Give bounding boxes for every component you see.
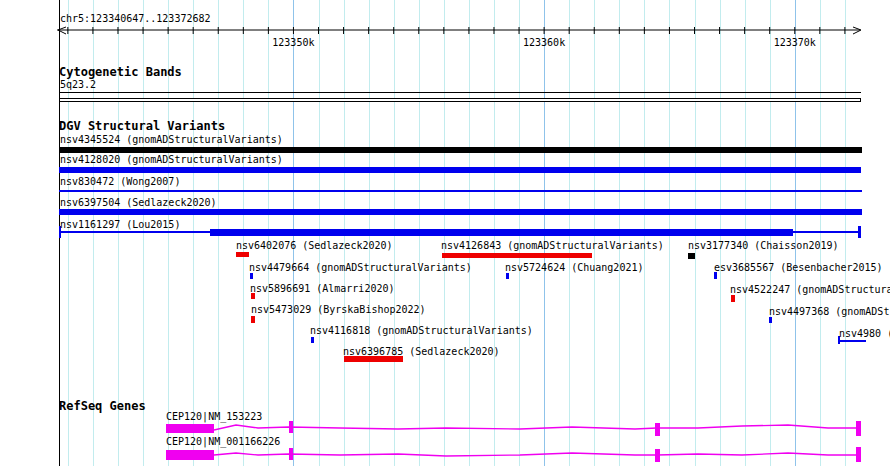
variant-label[interactable]: nsv3177340 (Chaisson2019) [688,240,839,251]
variant-bar[interactable] [59,147,862,153]
variant-bar[interactable] [769,317,772,323]
variant-bar[interactable] [251,316,255,323]
variant-label[interactable]: nsv4345524 (gnomADStructuralVariants) [60,134,283,145]
variant-bar[interactable] [250,273,253,279]
gene-exon[interactable] [289,448,293,460]
variant-label[interactable]: nsv5473029 (ByrskaBishop2022) [251,304,426,315]
gene-exon[interactable] [856,447,861,462]
variant-label[interactable]: nsv1161297 (Lou2015) [60,219,180,230]
genome-browser-canvas: chr5:123340647..123372682 Cytogenetic Ba… [0,0,890,466]
cytoband-bar[interactable] [59,98,861,102]
variant-bar[interactable] [714,272,717,279]
gene-exon[interactable] [166,424,214,433]
section-title-refseq-genes: RefSeq Genes [59,400,146,413]
variant-label[interactable]: nsv4980 ( [839,328,890,339]
gene-exon[interactable] [166,450,214,460]
variant-label[interactable]: nsv4116818 (gnomADStructuralVariants) [310,325,533,336]
cytoband-divider-line [59,92,861,93]
variant-bar[interactable] [311,337,314,343]
variant-label[interactable]: nsv4479664 (gnomADStructuralVariants) [249,262,472,273]
variant-label[interactable]: nsv6397504 (Sedlazeck2020) [60,197,217,208]
ruler-tick-label: 123350k [271,37,315,48]
variant-label[interactable]: nsv5896691 (Almarri2020) [250,283,395,294]
variant-bar[interactable] [59,209,862,215]
gene-exon[interactable] [655,449,660,462]
variant-bar[interactable] [688,253,695,259]
variant-label[interactable]: nsv830472 (Wong2007) [60,176,180,187]
gene-exon[interactable] [856,421,861,436]
gene-label[interactable]: CEP120|NM_153223 [166,411,262,422]
variant-bar[interactable] [731,295,735,302]
variant-bar[interactable] [858,226,861,238]
section-title-dgv-structural-variants: DGV Structural Variants [59,120,225,133]
variant-label[interactable]: nsv4126843 (gnomADStructuralVariants) [441,240,664,251]
variant-label[interactable]: nsv6402076 (Sedlazeck2020) [236,240,393,251]
variant-label[interactable]: esv3685567 (Besenbacher2015) [714,262,883,273]
ruler-tick-label: 123370k [773,37,817,48]
gene-intron-line[interactable] [214,453,857,456]
variant-label[interactable]: nsv4128020 (gnomADStructuralVariants) [60,154,283,165]
region-coordinates: chr5:123340647..123372682 [60,13,211,24]
cytoband-label: 5q23.2 [60,79,96,90]
section-title-cytogenetic-bands: Cytogenetic Bands [59,66,182,79]
variant-label[interactable]: nsv6396785 (Sedlazeck2020) [343,346,500,357]
gene-exon[interactable] [655,423,660,436]
ruler-tick-label: 123360k [522,37,566,48]
variant-bar[interactable] [506,273,509,279]
variant-label[interactable]: nsv5724624 (Chuang2021) [505,262,643,273]
variant-bar[interactable] [59,190,862,192]
variant-label[interactable]: nsv4522247 (gnomADStructura [730,284,890,295]
gene-label[interactable]: CEP120|NM_001166226 [166,436,280,447]
variant-bar[interactable] [236,252,249,257]
gene-exon[interactable] [289,421,293,433]
variant-bar[interactable] [838,340,866,342]
gene-intron-line[interactable] [214,425,857,430]
variant-bar[interactable] [210,229,793,236]
variant-label[interactable]: nsv4497368 (gnomADSt [769,306,889,317]
variant-bar[interactable] [59,167,861,173]
variant-bar[interactable] [442,253,592,258]
